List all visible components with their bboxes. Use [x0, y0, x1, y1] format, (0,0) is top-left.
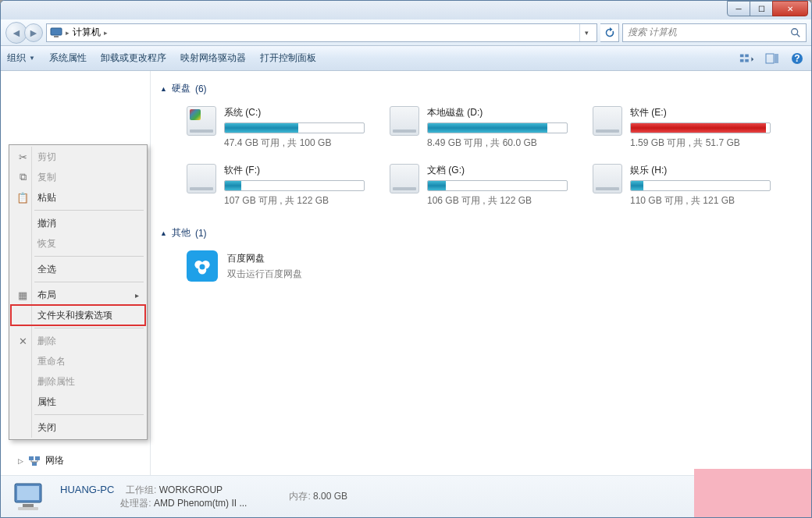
- drive-name: 软件 (E:): [630, 106, 788, 119]
- layout-icon: ▦: [16, 288, 30, 302]
- drive-item[interactable]: 系统 (C:)47.4 GB 可用 , 共 100 GB: [187, 106, 382, 150]
- menu-redo[interactable]: 恢复: [11, 233, 145, 254]
- menu-select-all[interactable]: 全选: [11, 259, 145, 279]
- drive-icon: [187, 106, 216, 136]
- drive-icon: [593, 106, 622, 136]
- preview-pane-button[interactable]: [764, 52, 780, 65]
- status-computer-name: HUANG-PC: [60, 484, 114, 495]
- explorer-window: ─ ☐ ✕ ◄ ► ▸ 计算机 ▸ ▾ 搜索 计算机: [0, 0, 812, 518]
- svg-rect-29: [18, 507, 38, 510]
- network-icon: [28, 455, 41, 467]
- map-network-drive-button[interactable]: 映射网络驱动器: [180, 51, 246, 65]
- drive-name: 文档 (G:): [427, 164, 585, 177]
- svg-rect-1: [54, 36, 59, 37]
- drive-name: 软件 (F:): [224, 164, 382, 177]
- uninstall-programs-button[interactable]: 卸载或更改程序: [101, 51, 166, 65]
- refresh-button[interactable]: [600, 23, 619, 42]
- menu-layout[interactable]: ▦布局: [11, 285, 145, 305]
- drive-name: 系统 (C:): [224, 106, 382, 119]
- computer-icon: [50, 27, 62, 39]
- svg-rect-7: [745, 59, 749, 62]
- view-options-button[interactable]: [739, 52, 755, 65]
- breadcrumb-root[interactable]: 计算机: [73, 26, 101, 39]
- drive-usage-bar: [630, 122, 771, 133]
- svg-point-25: [200, 264, 205, 269]
- drive-name: 本地磁盘 (D:): [427, 106, 585, 119]
- drive-icon: [390, 106, 419, 136]
- drive-usage-bar: [630, 180, 771, 191]
- menu-cut[interactable]: ✂剪切: [11, 147, 145, 167]
- drive-icon: [593, 164, 622, 193]
- drives-grid: 系统 (C:)47.4 GB 可用 , 共 100 GB本地磁盘 (D:)8.4…: [160, 100, 802, 222]
- organize-dropdown: ✂剪切 ⧉复制 📋粘贴 撤消 恢复 全选 ▦布局 文件夹和搜索选项 ✕删除 重命…: [9, 144, 148, 440]
- search-icon: [790, 27, 801, 38]
- copy-icon: ⧉: [16, 170, 30, 184]
- svg-rect-6: [745, 54, 749, 57]
- navbar: ◄ ► ▸ 计算机 ▸ ▾ 搜索 计算机: [1, 20, 811, 46]
- address-bar[interactable]: ▸ 计算机 ▸ ▾: [46, 23, 597, 42]
- collapse-icon: ▲: [160, 229, 167, 237]
- address-dropdown[interactable]: ▾: [579, 24, 593, 41]
- drive-usage-text: 1.59 GB 可用 , 共 51.7 GB: [630, 137, 788, 150]
- open-control-panel-button[interactable]: 打开控制面板: [260, 51, 316, 65]
- statusbar: HUANG-PC 工作组: WORKGROUP 处理器: AMD Phenom(…: [1, 475, 811, 517]
- drive-item[interactable]: 文档 (G:)106 GB 可用 , 共 122 GB: [390, 164, 585, 208]
- svg-rect-9: [775, 54, 778, 63]
- search-box[interactable]: 搜索 计算机: [622, 23, 807, 42]
- cut-icon: ✂: [16, 150, 30, 164]
- minimize-button[interactable]: ─: [727, 1, 750, 16]
- drive-usage-bar: [427, 122, 568, 133]
- drive-item[interactable]: 娱乐 (H:)110 GB 可用 , 共 121 GB: [593, 164, 788, 208]
- drive-usage-text: 106 GB 可用 , 共 122 GB: [427, 194, 585, 208]
- menu-copy[interactable]: ⧉复制: [11, 167, 145, 187]
- drive-item[interactable]: 软件 (E:)1.59 GB 可用 , 共 51.7 GB: [593, 106, 788, 150]
- search-placeholder: 搜索 计算机: [628, 26, 677, 39]
- group-other[interactable]: ▲ 其他 (1): [160, 222, 802, 244]
- drive-usage-bar: [224, 180, 365, 191]
- drive-usage-text: 107 GB 可用 , 共 122 GB: [224, 194, 382, 208]
- drive-usage-text: 8.49 GB 可用 , 共 60.0 GB: [427, 137, 585, 150]
- svg-rect-27: [17, 486, 39, 500]
- sidebar-item-network[interactable]: ▷ 网络: [1, 452, 150, 470]
- menu-close[interactable]: 关闭: [11, 417, 145, 438]
- group-drives[interactable]: ▲ 硬盘 (6): [160, 77, 802, 100]
- body: 系统 (C:) 本地磁盘 (D:) 软件 (E:) 软件 (F:) 文档 (G:…: [1, 71, 811, 475]
- organize-menu[interactable]: 组织▼: [7, 51, 35, 65]
- drive-name: 娱乐 (H:): [630, 164, 788, 177]
- menu-remove-props[interactable]: 删除属性: [11, 371, 145, 392]
- svg-rect-19: [29, 456, 34, 460]
- svg-rect-20: [35, 456, 40, 460]
- drive-item[interactable]: 软件 (F:)107 GB 可用 , 共 122 GB: [187, 164, 382, 208]
- svg-point-2: [792, 28, 798, 34]
- svg-line-3: [797, 34, 800, 37]
- drive-usage-text: 110 GB 可用 , 共 121 GB: [630, 194, 788, 208]
- svg-rect-5: [740, 59, 744, 62]
- other-item-sub: 双击运行百度网盘: [227, 268, 302, 281]
- toolbar: 组织▼ 系统属性 卸载或更改程序 映射网络驱动器 打开控制面板 ?: [1, 46, 811, 71]
- svg-rect-4: [740, 54, 744, 57]
- close-button[interactable]: ✕: [772, 1, 808, 16]
- titlebar: ─ ☐ ✕: [1, 1, 811, 20]
- forward-button[interactable]: ►: [24, 23, 43, 42]
- collapse-icon: ▲: [160, 85, 167, 93]
- menu-paste[interactable]: 📋粘贴: [11, 187, 145, 208]
- other-item-baidu[interactable]: 百度网盘 双击运行百度网盘: [160, 244, 802, 282]
- drive-item[interactable]: 本地磁盘 (D:)8.49 GB 可用 , 共 60.0 GB: [390, 106, 585, 150]
- svg-text:?: ?: [794, 53, 800, 64]
- maximize-button[interactable]: ☐: [750, 1, 773, 16]
- help-button[interactable]: ?: [789, 52, 805, 65]
- other-item-name: 百度网盘: [227, 252, 302, 265]
- drive-usage-text: 47.4 GB 可用 , 共 100 GB: [224, 137, 382, 150]
- drive-usage-bar: [427, 180, 568, 191]
- drive-usage-bar: [224, 122, 365, 133]
- menu-folder-options[interactable]: 文件夹和搜索选项: [11, 305, 145, 325]
- system-properties-button[interactable]: 系统属性: [49, 51, 87, 65]
- menu-delete[interactable]: ✕删除: [11, 331, 145, 351]
- breadcrumb-sep: ▸: [66, 29, 69, 37]
- menu-properties[interactable]: 属性: [11, 392, 145, 412]
- drive-icon: [390, 164, 419, 193]
- computer-large-icon: [12, 481, 49, 513]
- menu-rename[interactable]: 重命名: [11, 351, 145, 371]
- content: ▲ 硬盘 (6) 系统 (C:)47.4 GB 可用 , 共 100 GB本地磁…: [151, 71, 811, 475]
- menu-undo[interactable]: 撤消: [11, 213, 145, 233]
